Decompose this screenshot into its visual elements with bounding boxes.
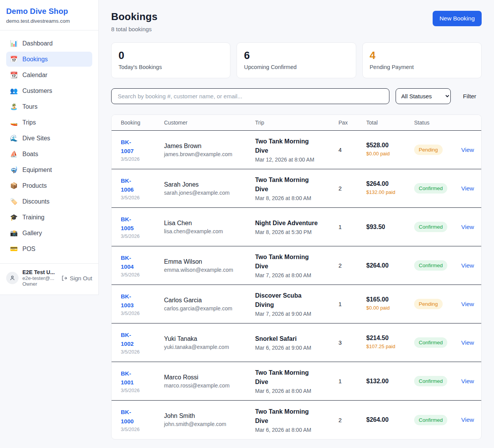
- table-row: BK-1006 3/5/2026 Sarah Jones sarah.jones…: [112, 169, 481, 208]
- sidebar-item-dive-sites[interactable]: 🌊 Dive Sites: [6, 131, 92, 146]
- bar-chart-icon: 📊: [10, 40, 18, 47]
- sidebar-item-bookings[interactable]: 📅 Bookings: [6, 52, 92, 67]
- sidebar-item-boats[interactable]: ⛵ Boats: [6, 147, 92, 162]
- sidebar-item-label: Boats: [22, 151, 38, 158]
- booking-id-link[interactable]: BK-1003: [121, 292, 143, 310]
- wave-icon: 🌊: [10, 135, 18, 142]
- booking-id-link[interactable]: BK-1006: [121, 176, 143, 194]
- pax-count: 2: [338, 185, 366, 192]
- customer-email: lisa.chen@example.com: [164, 228, 255, 234]
- trip-cell: Two Tank Morning Dive Mar 8, 2026 at 8:0…: [255, 175, 338, 201]
- status-cell: Confirmed: [414, 260, 461, 271]
- booking-created-date: 3/5/2026: [121, 388, 164, 393]
- trip-name: Two Tank Morning Dive: [255, 137, 321, 155]
- status-badge: Pending: [414, 145, 443, 155]
- paid-amount: $132.00 paid: [366, 189, 397, 196]
- stat-label: Pending Payment: [370, 64, 474, 70]
- view-link[interactable]: View: [461, 185, 474, 192]
- booking-id-link[interactable]: BK-1000: [121, 408, 143, 426]
- column-header-total: Total: [366, 120, 414, 126]
- booking-id-link[interactable]: BK-1002: [121, 330, 143, 349]
- view-link[interactable]: View: [461, 147, 474, 153]
- main-content: Bookings 8 total bookings New Booking 0 …: [99, 0, 494, 448]
- view-link[interactable]: View: [461, 224, 474, 230]
- avatar: [6, 272, 19, 284]
- status-cell: Confirmed: [414, 415, 461, 425]
- trip-datetime: Mar 6, 2026 at 9:00 AM: [255, 345, 338, 351]
- customer-email: sarah.jones@example.com: [164, 190, 255, 196]
- paid-amount: $107.25 paid: [366, 343, 397, 350]
- brand-domain: demo.test.divestreams.com: [6, 18, 92, 24]
- trip-name: Snorkel Safari: [255, 334, 321, 344]
- tag-icon: 🏷️: [10, 198, 18, 205]
- bookings-table: Booking Customer Trip Pax Total Status B…: [111, 115, 482, 440]
- sidebar-item-label: Gallery: [22, 230, 42, 237]
- column-header-status: Status: [414, 120, 461, 126]
- package-icon: 📦: [10, 182, 18, 189]
- booking-id-link[interactable]: BK-1005: [121, 215, 143, 233]
- booking-cell: BK-1004 3/5/2026: [121, 253, 164, 278]
- sidebar-nav: 📊 Dashboard 📅 Bookings 📆 Calendar 👥 Cust…: [0, 30, 98, 261]
- status-cell: Confirmed: [414, 376, 461, 386]
- customer-name: Carlos Garcia: [164, 297, 255, 304]
- customer-email: john.smith@example.com: [164, 421, 255, 427]
- sign-out-button[interactable]: Sign Out: [61, 275, 92, 281]
- status-select[interactable]: All Statuses: [396, 88, 451, 104]
- brand-title[interactable]: Demo Dive Shop: [6, 7, 92, 16]
- stat-label: Today's Bookings: [118, 64, 223, 70]
- sidebar-item-label: Dashboard: [22, 40, 52, 47]
- trip-cell: Two Tank Morning Dive Mar 7, 2026 at 8:0…: [255, 253, 338, 278]
- view-link[interactable]: View: [461, 262, 474, 269]
- trip-datetime: Mar 6, 2026 at 8:00 AM: [255, 427, 338, 433]
- pax-count: 1: [338, 301, 366, 307]
- booking-cell: BK-1002 3/5/2026: [121, 330, 164, 355]
- sidebar-item-customers[interactable]: 👥 Customers: [6, 83, 92, 98]
- trip-datetime: Mar 7, 2026 at 8:00 AM: [255, 272, 338, 278]
- stats-row: 0 Today's Bookings 6 Upcoming Confirmed …: [111, 42, 482, 78]
- booking-id-link[interactable]: BK-1001: [121, 369, 143, 387]
- sidebar-item-gallery[interactable]: 📸 Gallery: [6, 226, 92, 241]
- customer-cell: Marco Rossi marco.rossi@example.com: [164, 374, 255, 389]
- view-link[interactable]: View: [461, 339, 474, 346]
- sidebar-item-label: Training: [22, 214, 44, 221]
- total-cell: $214.50 $107.25 paid: [366, 335, 414, 350]
- trip-name: Two Tank Morning Dive: [255, 253, 321, 271]
- sidebar-item-training[interactable]: 🎓 Training: [6, 210, 92, 225]
- sidebar-item-equipment[interactable]: 🤿 Equipment: [6, 162, 92, 177]
- sidebar-item-tours[interactable]: 🏝️ Tours: [6, 99, 92, 114]
- sidebar-item-products[interactable]: 📦 Products: [6, 178, 92, 193]
- booking-id-link[interactable]: BK-1004: [121, 253, 143, 271]
- total-amount: $214.50: [366, 335, 414, 342]
- view-link[interactable]: View: [461, 416, 474, 423]
- stat-card-upcoming-confirmed: 6 Upcoming Confirmed: [237, 42, 356, 78]
- credit-card-icon: 💳: [10, 245, 18, 253]
- sidebar-item-calendar[interactable]: 📆 Calendar: [6, 67, 92, 83]
- trip-cell: Two Tank Morning Dive Mar 6, 2026 at 8:0…: [255, 407, 338, 433]
- trip-datetime: Mar 8, 2026 at 8:00 AM: [255, 195, 338, 201]
- sidebar-item-label: Dive Sites: [22, 135, 50, 142]
- customer-email: james.brown@example.com: [164, 151, 255, 157]
- sidebar-item-label: Products: [22, 182, 47, 189]
- search-input[interactable]: [111, 88, 389, 104]
- sidebar-item-discounts[interactable]: 🏷️ Discounts: [6, 194, 92, 209]
- sidebar-item-pos[interactable]: 💳 POS: [6, 241, 92, 256]
- status-badge: Confirmed: [414, 337, 447, 348]
- total-cell: $264.00: [366, 262, 414, 269]
- booking-id-link[interactable]: BK-1007: [121, 138, 143, 156]
- booking-cell: BK-1003 3/5/2026: [121, 292, 164, 317]
- sidebar-item-label: Customers: [22, 88, 52, 94]
- total-cell: $165.00 $0.00 paid: [366, 296, 414, 312]
- total-cell: $264.00 $132.00 paid: [366, 180, 414, 196]
- sidebar-item-trips[interactable]: 🚤 Trips: [6, 115, 92, 130]
- view-link[interactable]: View: [461, 301, 474, 307]
- brand-block: Demo Dive Shop demo.test.divestreams.com: [0, 0, 98, 30]
- table-body: BK-1007 3/5/2026 James Brown james.brown…: [112, 131, 481, 439]
- customer-email: yuki.tanaka@example.com: [164, 344, 255, 350]
- sidebar-item-dashboard[interactable]: 📊 Dashboard: [6, 36, 92, 51]
- trip-cell: Snorkel Safari Mar 6, 2026 at 9:00 AM: [255, 334, 338, 351]
- view-link[interactable]: View: [461, 378, 474, 384]
- new-booking-button[interactable]: New Booking: [433, 11, 482, 26]
- status-cell: Pending: [414, 299, 461, 309]
- filter-button[interactable]: Filter: [463, 93, 476, 100]
- person-icon: [9, 275, 15, 281]
